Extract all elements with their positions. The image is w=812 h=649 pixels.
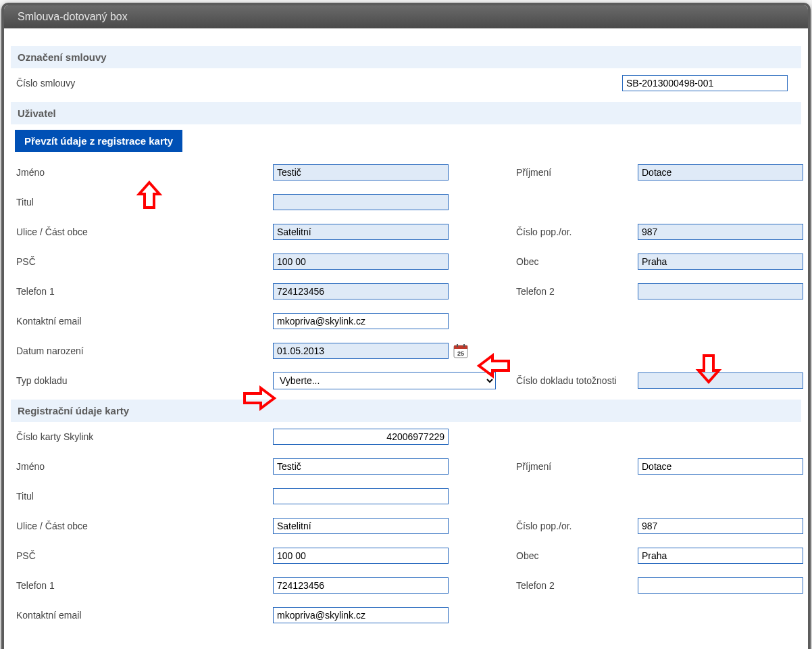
row-user-title: Titul [11, 187, 801, 217]
row-user-zip: PSČ Obec [11, 247, 801, 277]
card-firstname-input[interactable] [273, 458, 449, 475]
form-content: Označení smlouvy Číslo smlouvy Uživatel … [4, 28, 808, 649]
row-user-email: Kontaktní email [11, 306, 801, 336]
label-card-phone1: Telefon 1 [11, 576, 273, 595]
label-card-lastname: Příjmení [503, 461, 638, 472]
calendar-icon[interactable]: 25 [453, 343, 469, 359]
contract-number-input[interactable] [622, 75, 788, 91]
label-card-zip: PSČ [11, 546, 273, 565]
label-card-houseno: Číslo pop./or. [503, 521, 638, 531]
card-phone2-input[interactable] [638, 577, 803, 594]
label-card-city: Obec [503, 550, 638, 561]
row-card-zip: PSČ Obec [11, 541, 801, 571]
window-title: Smlouva-dotovaný box [18, 11, 128, 23]
title-bar: Smlouva-dotovaný box [4, 5, 808, 28]
row-user-phone: Telefon 1 Telefon 2 [11, 277, 801, 306]
svg-text:25: 25 [457, 350, 464, 357]
card-zip-input[interactable] [273, 548, 449, 564]
card-number-input[interactable] [273, 429, 449, 445]
row-card-name: Jméno Příjmení [11, 452, 801, 481]
svg-rect-3 [463, 344, 465, 347]
card-lastname-input[interactable] [638, 458, 803, 475]
row-user-doctype: Typ dokladu Vyberte... Číslo dokladu tot… [11, 366, 801, 395]
row-card-street: Ulice / Část obce Číslo pop./or. [11, 511, 801, 541]
user-docnumber-input[interactable] [638, 372, 803, 389]
svg-rect-1 [454, 345, 467, 349]
label-contract-number: Číslo smlouvy [11, 74, 273, 93]
row-user-street: Ulice / Část obce Číslo pop./or. [11, 217, 801, 247]
user-phone1-input[interactable] [273, 283, 449, 299]
label-user-title: Titul [11, 193, 273, 212]
label-user-zip: PSČ [11, 252, 273, 271]
label-card-street: Ulice / Část obce [11, 516, 273, 535]
user-doctype-select[interactable]: Vyberte... [273, 372, 496, 389]
card-title-input[interactable] [273, 488, 449, 504]
user-houseno-input[interactable] [638, 224, 803, 240]
row-card-title: Titul [11, 481, 801, 511]
card-city-input[interactable] [638, 548, 803, 564]
row-user-name: Jméno Příjmení [11, 158, 801, 187]
label-user-city: Obec [503, 256, 638, 267]
row-user-birthdate: Datum narození 25 [11, 336, 801, 366]
label-user-firstname: Jméno [11, 163, 273, 182]
row-contract-number: Číslo smlouvy [11, 68, 801, 98]
row-card-phone: Telefon 1 Telefon 2 [11, 571, 801, 600]
label-user-doctype: Typ dokladu [11, 371, 273, 390]
row-card-email: Kontaktní email [11, 600, 801, 630]
label-card-title: Titul [11, 487, 273, 506]
user-birthdate-input[interactable] [273, 343, 449, 359]
user-phone2-input[interactable] [638, 283, 803, 299]
label-user-phone1: Telefon 1 [11, 282, 273, 301]
label-user-phone2: Telefon 2 [503, 286, 638, 297]
user-city-input[interactable] [638, 254, 803, 270]
label-user-docnumber: Číslo dokladu totožnosti [503, 375, 638, 386]
copy-registration-button[interactable]: Převzít údaje z registrace karty [15, 130, 182, 152]
section-header-contract: Označení smlouvy [11, 46, 801, 68]
label-user-birthdate: Datum narození [11, 341, 273, 360]
label-user-email: Kontaktní email [11, 312, 273, 331]
row-card-number: Číslo karty Skylink [11, 422, 801, 452]
user-zip-input[interactable] [273, 254, 449, 270]
label-card-phone2: Telefon 2 [503, 580, 638, 591]
label-card-number: Číslo karty Skylink [11, 427, 273, 446]
user-lastname-input[interactable] [638, 164, 803, 181]
section-header-user: Uživatel [11, 102, 801, 124]
section-header-card: Registrační údaje karty [11, 400, 801, 422]
label-user-lastname: Příjmení [503, 167, 638, 178]
svg-rect-2 [457, 344, 458, 347]
label-user-houseno: Číslo pop./or. [503, 226, 638, 237]
user-street-input[interactable] [273, 224, 449, 240]
card-houseno-input[interactable] [638, 518, 803, 534]
label-card-firstname: Jméno [11, 457, 273, 476]
label-user-street: Ulice / Část obce [11, 222, 273, 241]
card-email-input[interactable] [273, 607, 449, 623]
user-email-input[interactable] [273, 313, 449, 329]
label-card-email: Kontaktní email [11, 606, 273, 625]
card-street-input[interactable] [273, 518, 449, 534]
user-firstname-input[interactable] [273, 164, 449, 181]
card-phone1-input[interactable] [273, 577, 449, 594]
app-window: Smlouva-dotovaný box Označení smlouvy Čí… [1, 3, 811, 649]
user-title-input[interactable] [273, 194, 449, 210]
